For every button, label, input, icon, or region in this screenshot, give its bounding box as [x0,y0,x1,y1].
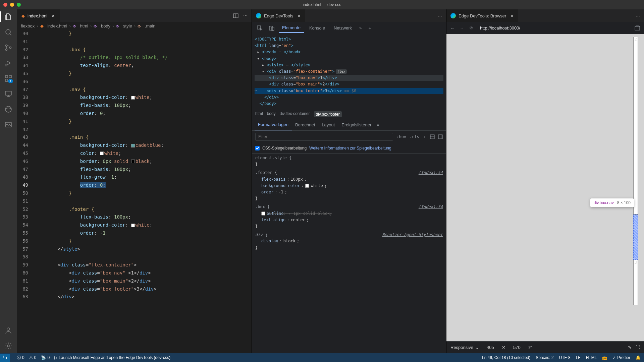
tab-label: index.html [28,13,47,18]
screenshot-icon[interactable]: ⛶ [636,345,640,350]
rotate-icon[interactable]: ⇄ [528,345,532,350]
editor-pane: ◆ index.html ✕ ⋯ flexbox› ◆ index.html› … [17,9,252,353]
inspect-icon[interactable] [255,24,265,33]
tab-index-html[interactable]: ◆ index.html ✕ [17,9,60,22]
notifications-icon[interactable]: 🔔 [636,355,641,360]
cursor-position[interactable]: Ln 49, Col 18 (10 selected) [482,355,530,360]
edge-tools-icon[interactable] [4,105,12,113]
remote-explorer-icon[interactable] [4,90,12,98]
svg-point-3 [10,47,11,49]
hov-toggle[interactable]: :hov [396,134,406,139]
add-tab-icon[interactable]: ＋ [366,24,374,33]
maximize-window-icon[interactable] [17,3,21,7]
back-icon[interactable]: ← [449,25,456,31]
device-toggle-icon[interactable] [267,24,277,33]
tab-layout[interactable]: Layout [318,120,338,130]
more-icon[interactable]: ⋯ [636,13,640,18]
prop-checkbox[interactable] [261,212,265,216]
devtools-pane: Edge DevTools ✕ ⋯ Elemente Konsole Netzw… [252,9,446,353]
code-editor[interactable]: 3031323334353637383940414243444546474849… [17,30,252,353]
tab-browser[interactable]: Edge DevTools: Browser ✕ [446,9,518,22]
svg-point-2 [6,49,7,51]
debug-icon[interactable] [4,59,12,67]
tab-berechnet[interactable]: Berechnet [292,120,318,130]
bc-style[interactable]: ⬘ style [116,23,132,28]
svg-point-4 [5,64,7,66]
viewport-height[interactable]: 570 [509,345,524,350]
mirror-editing-row: CSS-Spiegelbearbeitung Weitere Informati… [252,143,446,154]
styles-filter-input[interactable] [255,133,393,141]
dom-tree[interactable]: <!DOCTYPE html> <html lang="en"> ▸ <head… [252,34,446,109]
gear-icon[interactable] [4,342,12,350]
tab-netzwerk[interactable]: Netzwerk [330,23,355,33]
gallery-icon[interactable] [4,121,12,129]
indentation[interactable]: Spaces: 2 [536,355,553,360]
remote-indicator[interactable] [0,354,10,362]
browser-viewport[interactable]: 2 3 div.box.nav 8 × 100 [446,34,644,341]
reload-icon[interactable]: ⟳ [468,25,475,31]
tab-ereignislistener[interactable]: Ereignislistener [338,120,375,130]
traffic-lights[interactable] [3,3,21,7]
go-live-icon[interactable]: 📻 [602,355,607,360]
close-icon[interactable]: ✕ [510,13,514,18]
tab-devtools[interactable]: Edge DevTools ✕ [252,9,305,22]
errors-count[interactable]: ⓧ 0 [17,355,24,361]
bc-file[interactable]: ◆ index.html [40,23,67,28]
styles-rules[interactable]: element.style {} .footer {(Index):54 fle… [252,154,446,353]
close-icon[interactable]: ✕ [51,13,55,18]
more-icon[interactable]: ⋯ [438,13,442,18]
cls-toggle[interactable]: .cls [410,134,419,139]
svg-rect-19 [438,135,442,139]
window-title: index.html — dev-css [303,2,341,7]
mirror-checkbox[interactable] [255,146,260,150]
bc-flexbox[interactable]: flexbox [21,23,35,28]
svg-rect-9 [5,91,11,95]
ports-count[interactable]: 📡 0 [41,355,50,360]
preview-box-3: 3 [633,260,638,305]
minimize-window-icon[interactable] [10,3,14,7]
browser-tab-label: Edge DevTools: Browser [459,13,506,18]
explorer-icon[interactable] [4,13,12,21]
svg-rect-20 [635,26,640,30]
svg-rect-16 [269,26,273,30]
more-tabs-icon[interactable]: » [375,121,381,129]
tab-elemente[interactable]: Elemente [279,23,304,33]
launch-edge-status[interactable]: ▷ Launch Microsoft Edge and open the Edg… [54,355,170,360]
status-bar: ⓧ 0 ⚠ 0 📡 0 ▷ Launch Microsoft Edge and … [0,353,644,362]
viewport-width[interactable]: 405 [483,345,498,350]
split-editor-icon[interactable] [233,13,238,18]
bc-main[interactable]: ⬘ .main [138,23,155,28]
eol[interactable]: LF [576,355,581,360]
dom-breadcrumb[interactable]: html body div.flex-container div.box.foo… [252,109,446,119]
computed-toggle-icon[interactable] [430,134,435,139]
source-control-icon[interactable] [4,44,12,52]
prettier-status[interactable]: ✓ Prettier [612,355,630,360]
new-style-icon[interactable]: ＋ [423,134,427,140]
eyedropper-icon[interactable]: ✎ [628,345,632,350]
bc-html[interactable]: ⬘ html [73,23,88,28]
url-field[interactable]: http://localhost:3000/ [477,24,632,32]
more-tabs-icon[interactable]: » [357,24,364,32]
extensions-icon[interactable]: 1 [4,74,12,82]
editor-tabs: ◆ index.html ✕ ⋯ [17,9,252,22]
inspect-tooltip: div.box.nav 8 × 100 [590,198,634,207]
tab-formatvorlagen[interactable]: Formatvorlagen [255,119,292,130]
sidebar-toggle-icon[interactable] [438,134,443,139]
html-file-icon: ◆ [21,13,25,18]
forward-icon[interactable]: → [459,25,465,31]
account-icon[interactable] [4,326,12,335]
close-window-icon[interactable] [3,3,7,7]
more-icon[interactable]: ⋯ [243,13,248,18]
search-icon[interactable] [4,28,12,36]
breadcrumb[interactable]: flexbox› ◆ index.html› ⬘ html› ⬘ body› ⬘… [17,22,252,30]
dim-close-icon[interactable]: ✕ [502,345,505,350]
screenshot-icon[interactable] [635,25,641,31]
language-mode[interactable]: HTML [586,355,597,360]
warnings-count[interactable]: ⚠ 0 [29,355,37,360]
encoding[interactable]: UTF-8 [559,355,571,360]
device-select[interactable]: Responsive ⌄ [450,345,479,350]
tab-konsole[interactable]: Konsole [306,23,328,33]
mirror-link[interactable]: Weitere Informationen zur Spiegelbearbei… [309,146,391,150]
bc-body[interactable]: ⬘ body [94,23,110,28]
close-icon[interactable]: ✕ [297,13,301,18]
